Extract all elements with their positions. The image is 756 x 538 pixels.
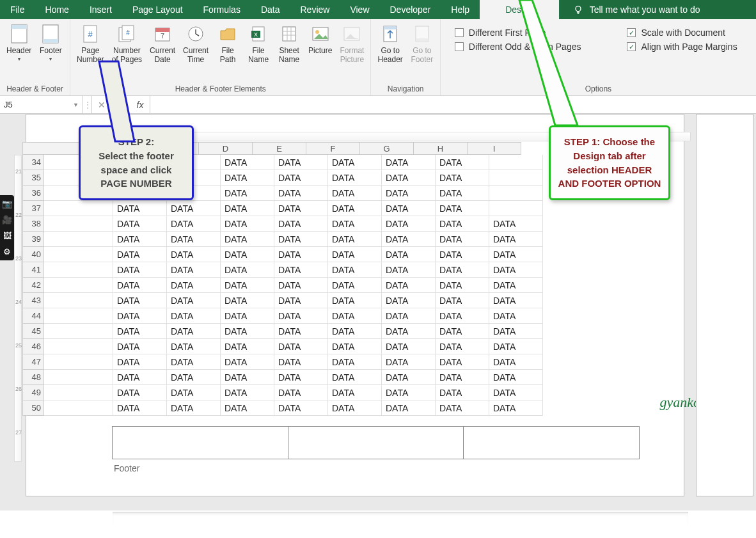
cell[interactable]: DATA	[328, 278, 382, 293]
column-header-d[interactable]: D	[199, 142, 253, 155]
cell[interactable]: DATA	[382, 354, 436, 370]
cell[interactable]: DATA	[328, 293, 382, 308]
tab-file[interactable]: File	[0, 0, 35, 19]
cell[interactable]: DATA	[167, 324, 221, 339]
cancel-formula-icon[interactable]: ✕	[92, 96, 111, 113]
cell[interactable]: DATA	[382, 186, 436, 201]
cell[interactable]: DATA	[167, 385, 221, 400]
cell[interactable]: DATA	[382, 385, 436, 400]
cell[interactable]: DATA	[382, 170, 436, 186]
cell[interactable]: DATA	[113, 339, 167, 354]
check-align-margins[interactable]: Align with Page Margins	[627, 42, 737, 52]
cell[interactable]: DATA	[167, 339, 221, 354]
file-path-button[interactable]: File Path	[214, 21, 242, 65]
cell[interactable]: DATA	[221, 232, 274, 247]
cell[interactable]: DATA	[221, 155, 274, 170]
cell[interactable]: DATA	[113, 293, 167, 308]
column-header-h[interactable]: H	[414, 142, 468, 155]
cell[interactable]: DATA	[221, 370, 274, 385]
cell[interactable]: DATA	[274, 186, 328, 201]
picture-button[interactable]: Picture	[306, 21, 335, 56]
cell[interactable]: DATA	[436, 170, 489, 186]
cell[interactable]: DATA	[328, 324, 382, 339]
cell[interactable]: DATA	[489, 232, 543, 247]
tab-insert[interactable]: Insert	[79, 0, 122, 19]
cell[interactable]: DATA	[436, 186, 489, 201]
fx-button[interactable]: fx	[130, 96, 150, 113]
header-button[interactable]: Header ▾	[4, 21, 34, 62]
cell[interactable]: DATA	[221, 400, 274, 416]
cell[interactable]	[489, 201, 543, 216]
cell[interactable]: DATA	[274, 324, 328, 339]
cell[interactable]: DATA	[436, 370, 489, 385]
footer-right[interactable]	[464, 426, 640, 459]
row-header-38[interactable]: 38	[22, 216, 44, 232]
tab-developer[interactable]: Developer	[380, 0, 441, 19]
cell[interactable]: DATA	[167, 400, 221, 416]
row-header-47[interactable]: 47	[22, 354, 44, 370]
cell[interactable]: DATA	[113, 324, 167, 339]
cell[interactable]: DATA	[328, 370, 382, 385]
camera-icon[interactable]: 📷	[2, 199, 12, 209]
footer-section[interactable]	[112, 426, 640, 459]
cell[interactable]: DATA	[328, 262, 382, 278]
current-date-button[interactable]: 7 Current Date	[147, 21, 178, 65]
cell[interactable]: DATA	[221, 308, 274, 324]
cell[interactable]	[489, 155, 543, 170]
tab-formulas[interactable]: Formulas	[193, 0, 251, 19]
cell[interactable]: DATA	[221, 293, 274, 308]
cell[interactable]: DATA	[328, 186, 382, 201]
row-header-34[interactable]: 34	[22, 155, 44, 170]
row-header-43[interactable]: 43	[22, 293, 44, 308]
row-header-44[interactable]: 44	[22, 308, 44, 324]
cell[interactable]: DATA	[167, 232, 221, 247]
cell[interactable]: DATA	[489, 308, 543, 324]
cell[interactable]: DATA	[221, 324, 274, 339]
cell[interactable]: DATA	[221, 385, 274, 400]
tab-view[interactable]: View	[340, 0, 379, 19]
name-box[interactable]: J5▼	[0, 96, 83, 113]
cell[interactable]: DATA	[489, 262, 543, 278]
column-header-f[interactable]: F	[306, 142, 360, 155]
row-header-37[interactable]: 37	[22, 201, 44, 216]
gear-icon[interactable]: ⚙	[3, 247, 11, 257]
cell[interactable]: DATA	[382, 155, 436, 170]
cell[interactable]: DATA	[113, 354, 167, 370]
cell[interactable]: DATA	[489, 339, 543, 354]
file-name-button[interactable]: X File Name	[244, 21, 272, 65]
tab-page-layout[interactable]: Page Layout	[122, 0, 193, 19]
cell[interactable]: DATA	[113, 308, 167, 324]
tab-home[interactable]: Home	[35, 0, 79, 19]
tab-help[interactable]: Help	[441, 0, 480, 19]
cell[interactable]: DATA	[328, 308, 382, 324]
cell[interactable]: DATA	[436, 216, 489, 232]
row-header-50[interactable]: 50	[22, 400, 44, 416]
cell[interactable]: DATA	[382, 400, 436, 416]
sheet-name-button[interactable]: Sheet Name	[275, 21, 303, 65]
image-icon[interactable]: 🖼	[3, 231, 12, 241]
cell[interactable]: DATA	[167, 278, 221, 293]
page-number-button[interactable]: # Page Number	[74, 21, 107, 65]
cell[interactable]: DATA	[113, 201, 167, 216]
cell[interactable]: DATA	[221, 262, 274, 278]
cell[interactable]: DATA	[436, 385, 489, 400]
cell[interactable]: DATA	[274, 232, 328, 247]
footer-left[interactable]	[112, 426, 288, 459]
video-icon[interactable]: 🎥	[2, 215, 12, 225]
cell[interactable]: DATA	[489, 278, 543, 293]
cell[interactable]: DATA	[113, 400, 167, 416]
row-header-48[interactable]: 48	[22, 370, 44, 385]
cell[interactable]: DATA	[274, 293, 328, 308]
cell[interactable]: DATA	[167, 308, 221, 324]
cell[interactable]: DATA	[436, 339, 489, 354]
cell[interactable]: DATA	[328, 216, 382, 232]
cell[interactable]: DATA	[436, 232, 489, 247]
tab-design[interactable]: Design	[480, 0, 559, 19]
check-different-odd-even[interactable]: Different Odd & Even Pages	[455, 42, 581, 52]
cell[interactable]: DATA	[382, 339, 436, 354]
row-header-35[interactable]: 35	[22, 170, 44, 186]
cell[interactable]: DATA	[489, 324, 543, 339]
cell[interactable]: DATA	[167, 370, 221, 385]
current-time-button[interactable]: Current Time	[180, 21, 211, 65]
cell[interactable]: DATA	[436, 354, 489, 370]
